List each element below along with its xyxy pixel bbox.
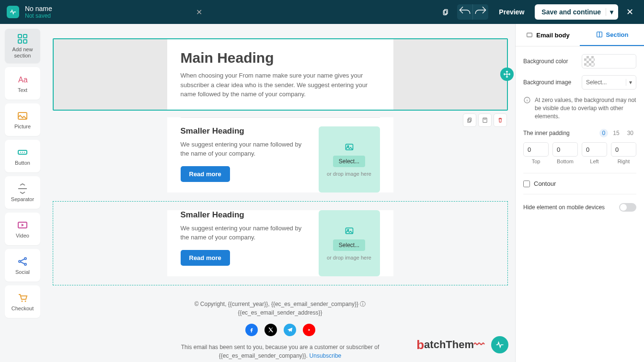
add-section-button[interactable]: Add new section (5, 29, 40, 63)
element-sidebar: Add new section Aa Text Picture Button S… (0, 24, 45, 362)
drop-hint-2: or drop image here (327, 255, 371, 260)
read-more-button-2[interactable]: Read more (181, 250, 230, 266)
bg-image-select[interactable]: Select... ▾ (582, 75, 636, 90)
youtube-icon[interactable] (303, 324, 315, 336)
contour-checkbox[interactable]: Contour (523, 180, 636, 187)
smaller-para-2[interactable]: We suggest entering your name followed b… (181, 224, 309, 242)
svg-point-11 (24, 152, 25, 153)
chevron-down-icon[interactable]: ▾ (606, 8, 613, 16)
svg-rect-4 (18, 40, 22, 43)
separator-element[interactable]: Separator (5, 176, 40, 209)
close-button[interactable]: ✕ (622, 4, 637, 20)
main-heading[interactable]: Main Heading (181, 50, 380, 66)
close-center-icon[interactable]: ✕ (196, 8, 202, 17)
padding-top-input[interactable] (523, 142, 549, 157)
checkout-label: Checkout (12, 305, 34, 312)
clipboard-icon[interactable] (438, 4, 453, 20)
redo-button[interactable] (473, 4, 488, 20)
tab-section[interactable]: Section (580, 24, 644, 46)
canvas[interactable]: Main Heading When choosing your From nam… (45, 24, 515, 362)
svg-point-16 (22, 300, 23, 302)
drop-hint-1: or drop image here (327, 171, 371, 177)
smaller-heading-2[interactable]: Smaller Heading (181, 210, 309, 220)
picture-label: Picture (14, 124, 31, 130)
video-label: Video (16, 233, 29, 239)
topbar: No name Not saved ✕ Preview Save and con… (0, 0, 644, 24)
save-label: Save and continue (541, 8, 601, 16)
button-element[interactable]: Button (5, 140, 40, 172)
smaller-para-1[interactable]: We suggest entering your name followed b… (181, 140, 309, 158)
section-actions (463, 113, 507, 127)
svg-point-9 (20, 152, 21, 153)
undo-button[interactable] (457, 4, 472, 20)
button-label: Button (15, 160, 30, 166)
image-drop-2[interactable]: Select... or drop image here (319, 210, 380, 276)
social-icons (167, 324, 393, 336)
separator-label: Separator (11, 196, 34, 203)
svg-point-13 (19, 260, 21, 262)
svg-point-15 (24, 263, 26, 265)
doc-title: No name (25, 5, 52, 12)
checkout-element[interactable]: Checkout (5, 285, 40, 318)
social-element[interactable]: Social (5, 249, 40, 282)
inner-padding-label: The inner padding (523, 130, 570, 136)
save-continue-button[interactable]: Save and continue ▾ (535, 4, 618, 20)
hide-mobile-toggle[interactable] (619, 203, 636, 212)
duplicate-button[interactable] (463, 113, 476, 127)
copyright-text: © Copyright, {{current_year}}, {{ec_es_e… (167, 300, 393, 308)
svg-rect-2 (18, 34, 22, 38)
add-section-label: Add new section (12, 46, 33, 58)
doc-title-block: No name Not saved (25, 5, 52, 19)
select-image-2[interactable]: Select... (333, 239, 365, 251)
save-section-button[interactable] (478, 113, 492, 127)
select-image-1[interactable]: Select... (333, 156, 365, 167)
x-twitter-icon[interactable] (264, 324, 277, 336)
content-section-2[interactable]: Smaller Heading We suggest entering your… (53, 201, 508, 285)
bg-color-picker[interactable] (582, 54, 636, 68)
preset-15[interactable]: 15 (610, 129, 622, 137)
telegram-icon[interactable] (284, 324, 296, 336)
svg-rect-18 (468, 118, 471, 121)
selected-section[interactable]: Main Heading When choosing your From nam… (53, 38, 508, 111)
svg-rect-19 (467, 119, 470, 122)
bg-color-label: Background color (523, 58, 568, 65)
padding-bottom-input[interactable] (552, 142, 578, 157)
preview-button[interactable]: Preview (492, 8, 531, 16)
sent-notice: This email has been sent to you, because… (167, 343, 393, 360)
svg-rect-5 (23, 40, 27, 43)
svg-point-14 (24, 258, 26, 260)
email-footer: © Copyright, {{current_year}}, {{ec_es_e… (167, 300, 393, 360)
undo-redo-group (457, 4, 488, 20)
smaller-heading-1[interactable]: Smaller Heading (181, 126, 309, 136)
tab-section-label: Section (606, 31, 629, 38)
read-more-button-1[interactable]: Read more (181, 166, 230, 182)
video-element[interactable]: Video (5, 213, 40, 245)
text-label: Text (18, 87, 27, 93)
content-section-1[interactable]: Smaller Heading We suggest entering your… (167, 117, 393, 192)
facebook-icon[interactable] (245, 324, 258, 336)
text-element[interactable]: Aa Text (5, 67, 40, 100)
address-text: {{ec_es_email_sender_address}} (167, 308, 393, 317)
tab-email-body[interactable]: Email body (516, 24, 580, 46)
preset-30[interactable]: 30 (624, 129, 636, 137)
preset-0[interactable]: 0 (599, 129, 609, 137)
svg-rect-20 (483, 118, 486, 122)
padding-left-input[interactable] (582, 142, 607, 157)
image-drop-1[interactable]: Select... or drop image here (319, 126, 380, 192)
picture-element[interactable]: Picture (5, 103, 40, 136)
main-paragraph[interactable]: When choosing your From name make sure y… (181, 71, 380, 99)
info-message: At zero values, the background may not b… (523, 96, 636, 120)
delete-button[interactable] (494, 113, 507, 127)
chevron-down-icon: ▾ (626, 79, 632, 86)
svg-point-10 (22, 152, 23, 153)
social-label: Social (15, 269, 30, 275)
help-fab[interactable] (491, 336, 508, 353)
padding-right-input[interactable] (611, 142, 636, 157)
svg-text:Aa: Aa (18, 76, 28, 84)
svg-rect-25 (527, 33, 532, 37)
hide-mobile-label: Hide element on mobile devices (523, 204, 605, 211)
unsubscribe-link[interactable]: Unsubscribe (310, 352, 342, 359)
watermark: batchThem〰 (416, 336, 508, 353)
move-handle[interactable] (500, 68, 514, 81)
doc-save-status: Not saved (25, 12, 52, 19)
